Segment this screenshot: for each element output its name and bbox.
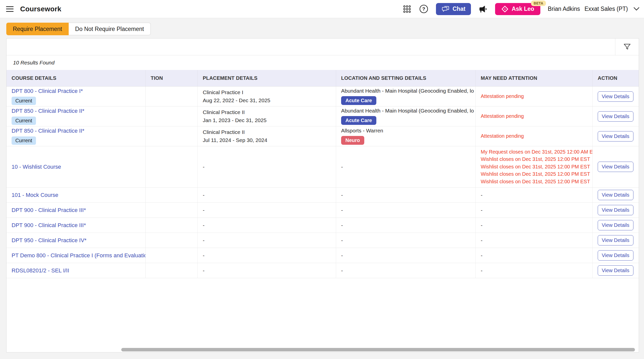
view-details-button[interactable]: View Details — [598, 265, 633, 276]
app-header: Coursework ? Chat — [0, 0, 644, 18]
attention-text: - — [481, 207, 482, 213]
table-row: DPT 900 - Clinical Practice III* - - - V… — [7, 203, 639, 218]
placement-details-cell: - — [198, 248, 336, 263]
apps-grid-icon[interactable] — [403, 5, 412, 14]
current-badge: Current — [12, 97, 36, 105]
attention-cell: Attestation pending — [476, 106, 593, 126]
table-header: COURSE DETAILS TION PLACEMENT DETAILS LO… — [7, 70, 639, 87]
placement-details-cell: - — [198, 203, 336, 218]
view-details-button[interactable]: View Details — [598, 205, 633, 215]
attention-cell: Attestation pending — [476, 87, 593, 106]
view-details-button[interactable]: View Details — [598, 111, 633, 122]
location-name: - — [341, 237, 343, 243]
coursework-panel: 10 Results Found COURSE DETAILS TION PLA… — [6, 38, 639, 352]
setting-badge: Neuro — [341, 136, 364, 145]
attention-cell: - — [476, 248, 593, 263]
course-link[interactable]: 10 - Wishlist Course — [12, 164, 61, 170]
course-details-cell: DPT 900 - Clinical Practice III* — [7, 203, 146, 218]
view-details-button[interactable]: View Details — [598, 190, 633, 200]
ask-leo-label: Ask Leo — [512, 6, 534, 12]
location-setting-cell: - — [336, 188, 476, 202]
attention-text: My Request closes on Dec 31st, 2025 12:0… — [481, 148, 593, 156]
course-link[interactable]: DPT 900 - Clinical Practice III* — [12, 222, 86, 229]
action-cell: View Details — [593, 87, 639, 106]
location-setting-cell: - — [336, 233, 476, 248]
placement-dates: Jul 11, 2024 - Sep 30, 2024 — [203, 136, 267, 144]
placement-details-cell: Clinical Practice II Jan 1, 2023 - Dec 3… — [198, 106, 336, 126]
menu-icon[interactable] — [6, 6, 14, 12]
course-details-cell: DPT 900 - Clinical Practice III* — [7, 218, 146, 233]
announcements-icon[interactable] — [478, 5, 488, 14]
action-cell: View Details — [593, 146, 639, 187]
attention-text: - — [481, 192, 482, 198]
course-link[interactable]: 101 - Mock Course — [12, 192, 58, 198]
location-setting-cell: - — [336, 248, 476, 263]
course-link[interactable]: DPT 950 - Clinical Practice IV* — [12, 237, 87, 244]
setting-badge: Acute Care — [341, 96, 376, 105]
placement-title: - — [203, 267, 205, 275]
table-row: DPT 800 - Clinical Practice I* Current C… — [7, 87, 639, 106]
current-badge: Current — [12, 136, 36, 145]
view-details-button[interactable]: View Details — [598, 162, 633, 172]
action-cell: View Details — [593, 248, 639, 263]
action-cell: View Details — [593, 203, 639, 218]
placement-details-cell: - — [198, 188, 336, 202]
placement-tabs: Require Placement Do Not Require Placeme… — [6, 23, 151, 35]
table-row: DPT 850 - Clinical Practice II* Current … — [7, 106, 639, 126]
view-details-button[interactable]: View Details — [598, 235, 633, 245]
tion-cell — [146, 218, 198, 233]
attention-text: - — [481, 222, 482, 228]
course-link[interactable]: DPT 850 - Clinical Practice II* — [12, 108, 84, 114]
placement-title: - — [203, 221, 205, 229]
svg-text:?: ? — [422, 6, 425, 12]
placement-title: - — [203, 206, 205, 214]
filter-button[interactable] — [615, 39, 639, 55]
view-details-button[interactable]: View Details — [598, 250, 633, 261]
location-name: - — [341, 207, 343, 213]
placement-details-cell: Clinical Practice I Aug 22, 2022 - Dec 3… — [198, 87, 336, 106]
ask-leo-button[interactable]: BETA Ask Leo — [495, 3, 540, 15]
setting-badge: Acute Care — [341, 116, 376, 125]
filter-funnel-icon — [623, 43, 631, 51]
table-body: DPT 800 - Clinical Practice I* Current C… — [7, 87, 639, 278]
action-cell: View Details — [593, 126, 639, 146]
view-details-button[interactable]: View Details — [598, 131, 633, 141]
tab-do-not-require-placement[interactable]: Do Not Require Placement — [69, 23, 151, 35]
view-details-button[interactable]: View Details — [598, 220, 633, 230]
course-link[interactable]: RDSL08201/2 - SEL I/II — [12, 267, 69, 274]
attention-text: Wishlist closes on Dec 31st, 2025 12:00 … — [481, 178, 590, 186]
location-setting-cell: - — [336, 203, 476, 218]
course-details-cell: DPT 850 - Clinical Practice II* Current — [7, 106, 146, 126]
horizontal-scrollbar-thumb[interactable] — [121, 348, 635, 351]
chat-icon — [441, 6, 450, 13]
chevron-down-icon — [633, 7, 639, 11]
location-name: - — [341, 222, 343, 228]
location-setting-cell: - — [336, 146, 476, 187]
tion-cell — [146, 233, 198, 248]
tion-cell — [146, 188, 198, 202]
location-name: Allsports - Warren — [341, 128, 383, 134]
view-details-button[interactable]: View Details — [598, 91, 633, 102]
help-icon[interactable]: ? — [419, 4, 428, 14]
results-count: 10 Results Found — [13, 60, 55, 66]
table-row: RDSL08201/2 - SEL I/II - - - View Detail… — [7, 263, 639, 278]
column-header-tion: TION — [146, 70, 198, 86]
table-row: PT Demo 800 - Clinical Practice I (Forms… — [7, 248, 639, 263]
location-name: - — [341, 268, 343, 274]
tab-require-placement[interactable]: Require Placement — [6, 23, 69, 35]
filter-bar — [7, 39, 639, 55]
course-link[interactable]: DPT 900 - Clinical Practice III* — [12, 207, 86, 213]
placement-details-cell: Clinical Practice II Jul 11, 2024 - Sep … — [198, 126, 336, 146]
table-row: DPT 850 - Clinical Practice II* Current … — [7, 126, 639, 146]
course-link[interactable]: DPT 850 - Clinical Practice II* — [12, 128, 84, 134]
course-link[interactable]: PT Demo 800 - Clinical Practice I (Forms… — [12, 252, 146, 259]
column-header-course-details: COURSE DETAILS — [7, 70, 146, 86]
action-cell: View Details — [593, 188, 639, 202]
tion-cell — [146, 248, 198, 263]
user-name: Brian Adkins — [548, 6, 580, 12]
chat-button[interactable]: Chat — [436, 3, 471, 15]
course-link[interactable]: DPT 800 - Clinical Practice I* — [12, 88, 83, 94]
attention-cell: My Request closes on Dec 31st, 2025 12:0… — [476, 146, 593, 187]
user-menu[interactable]: Brian Adkins Exxat Sales (PT) — [548, 6, 639, 12]
placement-dates: Aug 22, 2022 - Dec 31, 2025 — [203, 96, 270, 104]
